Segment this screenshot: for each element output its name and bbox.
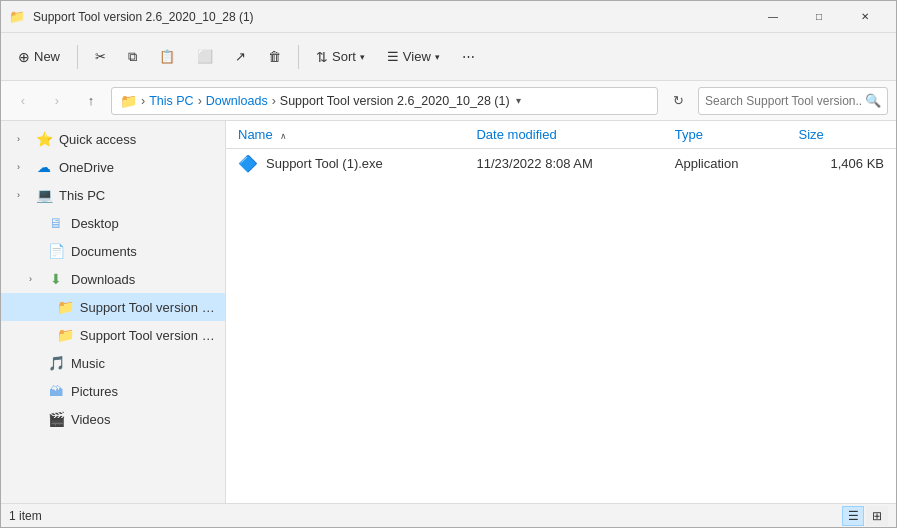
maximize-button[interactable]: □: [796, 1, 842, 33]
titlebar-title: Support Tool version 2.6_2020_10_28 (1): [33, 10, 750, 24]
folder-icon: ⬇: [47, 271, 65, 287]
sidebar-item-label: Pictures: [71, 384, 118, 399]
breadcrumb-part-1: This PC: [149, 94, 193, 108]
main-area: ›⭐Quick access›☁OneDrive›💻This PC🖥Deskto…: [1, 121, 896, 503]
sort-chevron-icon: ▾: [360, 52, 365, 62]
breadcrumb-part-2: Downloads: [206, 94, 268, 108]
toolbar: ⊕ New ✂ ⧉ 📋 ⬜ ↗ 🗑 ⇅ Sort ▾ ☰ View ▾ ⋯: [1, 33, 896, 81]
close-button[interactable]: ✕: [842, 1, 888, 33]
view-label: View: [403, 49, 431, 64]
col-name[interactable]: Name ∧: [226, 121, 464, 149]
more-icon: ⋯: [462, 49, 475, 64]
sidebar-item-onedrive[interactable]: ›☁OneDrive: [1, 153, 225, 181]
sidebar-item-label: This PC: [59, 188, 105, 203]
window-controls: — □ ✕: [750, 1, 888, 33]
back-button[interactable]: ‹: [9, 87, 37, 115]
sidebar-item-documents[interactable]: 📄Documents: [1, 237, 225, 265]
copy-button[interactable]: ⧉: [119, 39, 146, 75]
up-button[interactable]: ↑: [77, 87, 105, 115]
sidebar-item-label: Desktop: [71, 216, 119, 231]
search-icon: 🔍: [865, 93, 881, 108]
share-icon: ↗: [235, 49, 246, 64]
file-table-body: 🔷Support Tool (1).exe11/23/2022 8:08 AMA…: [226, 149, 896, 179]
col-date[interactable]: Date modified: [464, 121, 662, 149]
content-area: Name ∧ Date modified Type Size 🔷Support …: [226, 121, 896, 503]
sidebar-item-quick-access[interactable]: ›⭐Quick access: [1, 125, 225, 153]
sidebar-item-label: OneDrive: [59, 160, 114, 175]
more-button[interactable]: ⋯: [453, 39, 484, 75]
folder-icon: 📁: [57, 299, 74, 315]
sidebar-item-label: Downloads: [71, 272, 135, 287]
folder-icon: 📁: [57, 327, 74, 343]
paste-button[interactable]: 📋: [150, 39, 184, 75]
titlebar: 📁 Support Tool version 2.6_2020_10_28 (1…: [1, 1, 896, 33]
minimize-button[interactable]: —: [750, 1, 796, 33]
file-icon: 🔷: [238, 154, 258, 173]
file-name-cell: 🔷Support Tool (1).exe: [226, 149, 464, 179]
sort-button[interactable]: ⇅ Sort ▾: [307, 39, 374, 75]
sidebar-item-label: Videos: [71, 412, 111, 427]
chevron-icon: ›: [29, 274, 41, 284]
folder-icon: 🏔: [47, 383, 65, 399]
refresh-button[interactable]: ↻: [664, 87, 692, 115]
folder-icon: 🎵: [47, 355, 65, 371]
chevron-icon: ›: [17, 190, 29, 200]
copy-icon: ⧉: [128, 49, 137, 65]
breadcrumb-sep-1: ›: [141, 94, 145, 108]
sidebar-item-label: Documents: [71, 244, 137, 259]
file-size: 1,406 KB: [787, 149, 896, 179]
cut-button[interactable]: ✂: [86, 39, 115, 75]
sidebar-item-label: Quick access: [59, 132, 136, 147]
toolbar-separator-1: [77, 45, 78, 69]
sidebar-item-label: Support Tool version 2.6_202: [80, 328, 217, 343]
sidebar-item-music[interactable]: 🎵Music: [1, 349, 225, 377]
delete-button[interactable]: 🗑: [259, 39, 290, 75]
file-name: Support Tool (1).exe: [266, 156, 383, 171]
sidebar-item-support-tool-1[interactable]: 📁Support Tool version 2.6_202: [1, 293, 225, 321]
item-count: 1 item: [9, 509, 42, 523]
sidebar-item-downloads[interactable]: ›⬇Downloads: [1, 265, 225, 293]
rename-button[interactable]: ⬜: [188, 39, 222, 75]
breadcrumb-home-icon: 📁: [120, 93, 137, 109]
new-icon: ⊕: [18, 49, 30, 65]
breadcrumb-sep-3: ›: [272, 94, 276, 108]
toolbar-separator-2: [298, 45, 299, 69]
new-button[interactable]: ⊕ New: [9, 39, 69, 75]
sort-arrow-icon: ∧: [280, 131, 287, 141]
sidebar: ›⭐Quick access›☁OneDrive›💻This PC🖥Deskto…: [1, 121, 226, 503]
sidebar-item-videos[interactable]: 🎬Videos: [1, 405, 225, 433]
share-button[interactable]: ↗: [226, 39, 255, 75]
delete-icon: 🗑: [268, 49, 281, 64]
sidebar-item-desktop[interactable]: 🖥Desktop: [1, 209, 225, 237]
statusbar: 1 item ☰ ⊞: [1, 503, 896, 527]
paste-icon: 📋: [159, 49, 175, 64]
addressbar: ‹ › ↑ 📁 › This PC › Downloads › Support …: [1, 81, 896, 121]
cut-icon: ✂: [95, 49, 106, 64]
titlebar-icon: 📁: [9, 9, 25, 25]
sidebar-item-label: Support Tool version 2.6_202: [80, 300, 217, 315]
table-row[interactable]: 🔷Support Tool (1).exe11/23/2022 8:08 AMA…: [226, 149, 896, 179]
chevron-icon: ›: [17, 134, 29, 144]
large-icons-view-button[interactable]: ⊞: [866, 506, 888, 526]
search-box[interactable]: 🔍: [698, 87, 888, 115]
folder-icon: 🖥: [47, 215, 65, 231]
breadcrumb[interactable]: 📁 › This PC › Downloads › Support Tool v…: [111, 87, 658, 115]
view-icon: ☰: [387, 49, 399, 64]
sidebar-item-this-pc[interactable]: ›💻This PC: [1, 181, 225, 209]
details-view-button[interactable]: ☰: [842, 506, 864, 526]
view-toggle-buttons: ☰ ⊞: [842, 506, 888, 526]
col-size[interactable]: Size: [787, 121, 896, 149]
chevron-icon: ›: [17, 162, 29, 172]
forward-button[interactable]: ›: [43, 87, 71, 115]
folder-icon: 📄: [47, 243, 65, 259]
file-table-header: Name ∧ Date modified Type Size: [226, 121, 896, 149]
breadcrumb-sep-2: ›: [198, 94, 202, 108]
sidebar-item-pictures[interactable]: 🏔Pictures: [1, 377, 225, 405]
col-type[interactable]: Type: [663, 121, 787, 149]
file-table: Name ∧ Date modified Type Size 🔷Support …: [226, 121, 896, 178]
sidebar-item-support-tool-2[interactable]: 📁Support Tool version 2.6_202: [1, 321, 225, 349]
view-button[interactable]: ☰ View ▾: [378, 39, 449, 75]
breadcrumb-chevron-icon: ▾: [516, 95, 521, 106]
new-label: New: [34, 49, 60, 64]
search-input[interactable]: [705, 94, 861, 108]
